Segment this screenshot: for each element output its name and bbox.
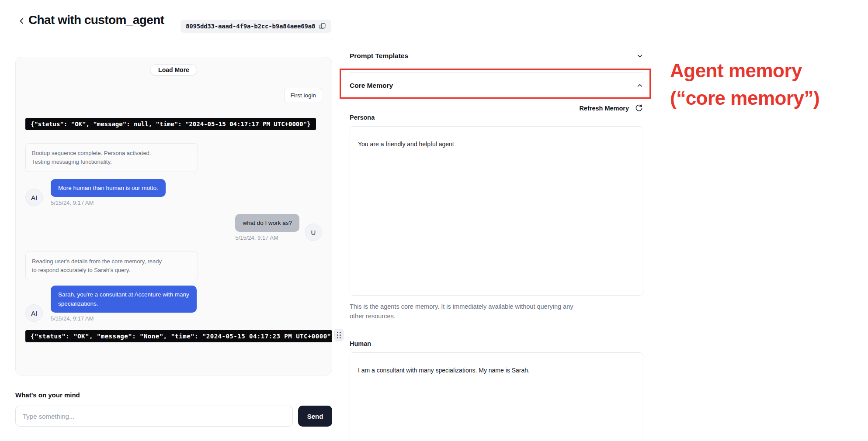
ai-avatar: AI [25, 304, 43, 322]
header: Chat with custom_agent 8095dd33-aaad-4f9… [0, 0, 868, 39]
ai-avatar: AI [25, 189, 43, 206]
composer-label: What's on your mind [15, 391, 332, 399]
message-input[interactable] [15, 406, 293, 427]
message-timestamp: 5/15/24, 9:17 AM [51, 315, 94, 322]
status-code-message: {"status": "OK", "message": "None", "tim… [25, 330, 332, 342]
ai-message-line: Sarah, you're a consultant at Accenture … [58, 290, 189, 299]
user-avatar: U [305, 224, 322, 241]
memory-panel: Prompt Templates Core Memory Refresh Mem… [350, 39, 643, 441]
back-chevron-icon [18, 17, 25, 24]
system-message-line: to respond accurately to Sarah's query. [32, 266, 191, 275]
refresh-memory-button[interactable]: Refresh Memory [350, 103, 643, 113]
refresh-icon [635, 104, 643, 113]
composer: Send [15, 406, 332, 427]
chevron-down-icon[interactable] [636, 52, 643, 59]
chat-column: Load More First login {"status": "OK", "… [15, 57, 332, 427]
message-timestamp: 5/15/24, 9:17 AM [235, 234, 278, 241]
agent-id-value: 8095dd33-aaad-4f9a-b2cc-b9a84aee69a8 [186, 23, 315, 30]
panel-resize-handle[interactable] [334, 329, 344, 341]
agent-id-badge[interactable]: 8095dd33-aaad-4f9a-b2cc-b9a84aee69a8 [181, 20, 331, 33]
system-message-line: Testing messaging functionality. [32, 158, 191, 166]
ai-message-bubble: More human than human is our motto. [51, 179, 166, 197]
system-message: Bootup sequence complete. Persona activa… [25, 143, 198, 172]
user-message-bubble: what do I work as? [235, 214, 299, 232]
ai-message-row: AI More human than human is our motto. 5… [25, 179, 166, 206]
panel-divider [339, 39, 339, 441]
persona-textarea[interactable]: You are a friendly and helpful agent [350, 126, 643, 296]
load-more-button[interactable]: Load More [150, 64, 197, 76]
first-login-badge: First login [284, 88, 322, 103]
chevron-up-icon[interactable] [636, 82, 643, 89]
annotation-line: (“core memory”) [670, 84, 819, 112]
ai-message-row: AI Sarah, you're a consultant at Accentu… [25, 286, 197, 322]
system-message-line: Reading user's details from the core mem… [32, 257, 191, 266]
persona-label: Persona [350, 114, 643, 121]
system-message-line: Bootup sequence complete. Persona activa… [32, 149, 191, 158]
copy-icon[interactable] [319, 23, 326, 30]
prompt-templates-section-header[interactable]: Prompt Templates [350, 39, 643, 73]
back-button[interactable] [17, 16, 27, 26]
core-memory-description-line: other resources. [350, 311, 629, 321]
chat-message-list: Load More First login {"status": "OK", "… [15, 57, 332, 376]
prompt-templates-title: Prompt Templates [350, 52, 408, 60]
send-button[interactable]: Send [298, 406, 332, 427]
ai-message-line: specializations. [58, 299, 189, 308]
user-message-row: what do I work as? 5/15/24, 9:17 AM U [235, 214, 322, 241]
refresh-memory-label: Refresh Memory [579, 105, 629, 112]
ai-message-bubble: Sarah, you're a consultant at Accenture … [51, 286, 197, 313]
system-message: Reading user's details from the core mem… [25, 252, 198, 280]
page-title: Chat with custom_agent [28, 13, 164, 27]
core-memory-description: This is the agents core memory. It is im… [350, 302, 629, 321]
core-memory-section-header[interactable]: Core Memory [350, 73, 643, 98]
annotation-text: Agent memory (“core memory”) [670, 57, 819, 112]
human-textarea[interactable]: I am a consultant with many specializati… [350, 352, 643, 441]
core-memory-description-line: This is the agents core memory. It is im… [350, 302, 629, 311]
core-memory-title: Core Memory [350, 82, 393, 90]
message-timestamp: 5/15/24, 9:17 AM [51, 200, 94, 206]
status-code-message: {"status": "OK", "message": null, "time"… [25, 118, 316, 130]
drag-grip-icon [337, 332, 341, 338]
annotation-line: Agent memory [670, 57, 819, 84]
human-label: Human [350, 340, 643, 347]
